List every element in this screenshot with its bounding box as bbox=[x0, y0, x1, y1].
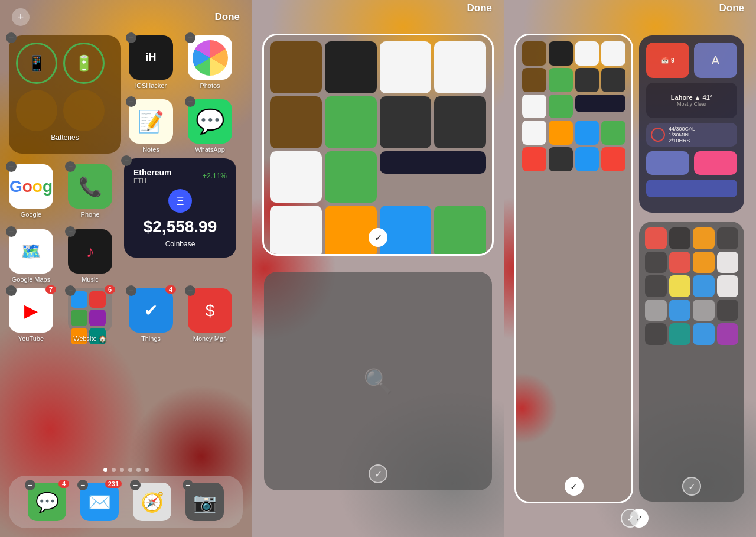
page-dots bbox=[0, 468, 252, 472]
widget-calendar: 📅 9 bbox=[646, 43, 689, 78]
mail-badge: 231 bbox=[105, 480, 122, 488]
p3-right-top[interactable]: 📅 9 A Lahore ▲ 41° Mostly Clear 44/300CA… bbox=[639, 35, 744, 213]
check-circle-p3-left[interactable]: ✓ bbox=[565, 477, 584, 496]
dock-camera[interactable]: − 📷 bbox=[185, 483, 224, 521]
maps-label: Google Maps bbox=[12, 276, 50, 283]
panel-1: + Done − 📱 🔋 Batteries − iH iOSHacker − … bbox=[0, 0, 252, 537]
mini-app bbox=[549, 121, 573, 145]
minus-google[interactable]: − bbox=[6, 161, 17, 172]
dot-3[interactable] bbox=[120, 468, 124, 472]
check-circle-1[interactable]: ✓ bbox=[369, 228, 387, 247]
app-icon-website-folder[interactable]: − 6 Website 🏠 bbox=[68, 288, 112, 343]
mini-app bbox=[601, 121, 625, 145]
battery-dot-2 bbox=[63, 90, 105, 131]
mini-app bbox=[645, 252, 667, 274]
add-widget-button[interactable]: + bbox=[12, 8, 30, 26]
mini-app bbox=[669, 227, 691, 249]
mini-app bbox=[270, 96, 322, 148]
mini-app bbox=[325, 96, 377, 148]
done-button-2[interactable]: Done bbox=[467, 2, 493, 14]
dot-5[interactable] bbox=[136, 468, 141, 472]
app-icon-music[interactable]: − ♪ Music bbox=[68, 229, 112, 283]
phone-label: Phone bbox=[81, 211, 100, 218]
mini-app bbox=[549, 68, 573, 92]
website-label: Website 🏠 bbox=[73, 335, 107, 343]
mini-app bbox=[434, 206, 486, 254]
app-icon-whatsapp[interactable]: − 💬 WhatsApp bbox=[188, 99, 232, 153]
minus-money[interactable]: − bbox=[185, 285, 195, 296]
minus-camera[interactable]: − bbox=[183, 480, 193, 490]
minus-whatsapp[interactable]: − bbox=[185, 96, 195, 107]
mini-app bbox=[645, 300, 667, 321]
mini-widget bbox=[380, 151, 487, 174]
minus-things[interactable]: − bbox=[126, 285, 136, 296]
mini-app bbox=[645, 227, 667, 249]
minus-notes[interactable]: − bbox=[126, 96, 136, 107]
page-option-1-selected[interactable]: ✓ bbox=[264, 35, 492, 254]
mini-app bbox=[717, 275, 739, 297]
minus-phone[interactable]: − bbox=[65, 161, 76, 172]
app-icon-youtube[interactable]: − 7 ▶ YouTube bbox=[9, 288, 53, 342]
app-icon-ioshacker[interactable]: − iH iOSHacker bbox=[129, 35, 173, 89]
p3-right-bottom[interactable]: ✓ bbox=[639, 222, 744, 502]
mini-app bbox=[434, 96, 486, 148]
mini-app bbox=[601, 68, 625, 92]
page-option-2-dim[interactable]: 🔍 ✓ bbox=[264, 272, 492, 490]
header-1: + Done bbox=[0, 0, 252, 34]
mini-app bbox=[434, 41, 486, 93]
dock-messages[interactable]: − 4 💬 bbox=[28, 483, 66, 521]
minus-safari[interactable]: − bbox=[130, 480, 141, 490]
mini-app bbox=[325, 151, 377, 203]
mini-app bbox=[575, 41, 599, 66]
mini-app bbox=[601, 41, 625, 66]
done-button-3[interactable]: Done bbox=[719, 2, 745, 14]
app-icon-google[interactable]: − Goog Google bbox=[9, 164, 53, 218]
mini-app bbox=[270, 151, 322, 203]
app-icon-notes[interactable]: − 📝 Notes bbox=[129, 99, 173, 153]
minus-maps[interactable]: − bbox=[6, 226, 17, 237]
dock-mail[interactable]: − 231 ✉️ bbox=[80, 483, 119, 521]
mini-app bbox=[270, 206, 322, 254]
minus-youtube[interactable]: − bbox=[6, 285, 17, 296]
app-icon-maps[interactable]: − 🗺️ Google Maps bbox=[9, 229, 53, 283]
mini-app bbox=[270, 41, 322, 93]
coinbase-name: Ethereum bbox=[133, 168, 172, 177]
dock-safari[interactable]: − 🧭 bbox=[133, 483, 171, 521]
coinbase-label: Coinbase bbox=[133, 240, 227, 248]
things-badge: 4 bbox=[165, 285, 176, 294]
mini-app bbox=[645, 275, 667, 297]
minus-mail[interactable]: − bbox=[77, 480, 88, 490]
app-icon-things[interactable]: − 4 ✔ Things bbox=[129, 288, 173, 342]
app-icon-money[interactable]: − $ Money Mgr. bbox=[188, 288, 232, 342]
dot-2[interactable] bbox=[112, 468, 116, 472]
p3-left-page[interactable]: ✓ bbox=[516, 35, 631, 502]
check-circle-2[interactable]: ✓ bbox=[369, 464, 387, 483]
google-label: Google bbox=[21, 211, 41, 218]
mini-app bbox=[693, 227, 715, 249]
check-circle-p3-right[interactable]: ✓ bbox=[682, 477, 701, 496]
app-icon-phone[interactable]: − 📞 Phone bbox=[68, 164, 112, 218]
dot-6[interactable] bbox=[145, 468, 149, 472]
mini-app bbox=[522, 41, 546, 66]
batteries-widget: − 📱 🔋 Batteries bbox=[9, 35, 121, 154]
mini-app bbox=[669, 275, 691, 297]
check-circle-p3-bottom-right[interactable]: ✓ bbox=[621, 509, 640, 528]
mini-app bbox=[645, 323, 667, 345]
mini-app bbox=[717, 227, 739, 249]
music-icon: ♪ bbox=[68, 229, 112, 274]
minus-music[interactable]: − bbox=[65, 226, 76, 237]
mini-app bbox=[380, 96, 432, 148]
mini-app bbox=[549, 147, 573, 171]
minus-coinbase[interactable]: − bbox=[121, 155, 132, 166]
minus-website[interactable]: − bbox=[65, 285, 76, 296]
minus-messages[interactable]: − bbox=[25, 480, 35, 490]
dot-4[interactable] bbox=[128, 468, 132, 472]
done-button-1[interactable]: Done bbox=[215, 11, 240, 23]
things-icon: ✔ bbox=[129, 288, 173, 333]
whatsapp-icon: 💬 bbox=[188, 99, 232, 144]
dock: − 4 💬 − 231 ✉️ − 🧭 − 📷 bbox=[9, 476, 243, 528]
app-icon-photos[interactable]: − Photos bbox=[188, 35, 232, 89]
dot-1[interactable] bbox=[103, 468, 107, 472]
widget-appstore: A bbox=[694, 43, 737, 78]
mini-app bbox=[601, 147, 625, 171]
